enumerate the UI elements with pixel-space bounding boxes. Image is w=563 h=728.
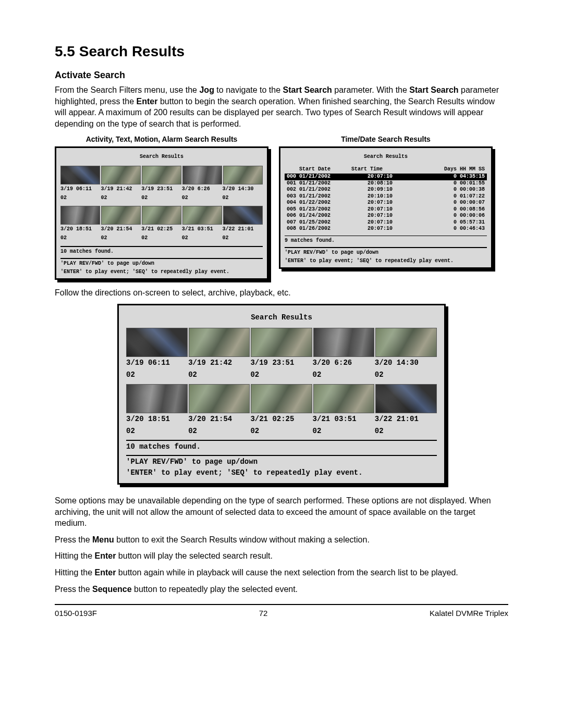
td-row: 00801/26/200220:07:100 00:46:43 — [285, 226, 487, 232]
footer-product: Kalatel DVMRe Triplex — [430, 608, 508, 619]
para-enter-again: Hitting the Enter button again while in … — [55, 567, 508, 578]
td-row: 00201/21/200220:09:100 00:00:38 — [285, 187, 487, 193]
thumbnail — [182, 206, 222, 225]
td-rows-container: 00001/21/200220:07:100 04:35:1500101/21/… — [285, 174, 487, 232]
timedate-caption: Time/Date Search Results — [279, 134, 493, 144]
thumbnail — [189, 384, 250, 413]
follow-directions-text: Follow the directions on-screen to selec… — [55, 287, 508, 299]
thumbnail — [223, 166, 263, 184]
timestamp-row: 3/20 18:513/20 21:543/21 02:253/21 03:51… — [60, 226, 263, 233]
page-footer: 0150-0193F 72 Kalatel DVMRe Triplex — [55, 608, 508, 619]
section-title: 5.5 Search Results — [55, 42, 508, 61]
thumbnail — [251, 384, 312, 413]
td-row: 00701/25/200220:07:100 05:57:31 — [285, 219, 487, 226]
matches-found: 9 matches found. — [285, 237, 487, 244]
panel-title: Search Results — [126, 313, 437, 323]
timedate-results-panel: Search Results 000 Start Date Start Time… — [279, 146, 493, 269]
td-header-row: 000 Start Date Start Time Days HH MM SS — [285, 166, 487, 173]
timestamp-row: 3/19 06:113/19 21:423/19 23:513/20 6:263… — [60, 186, 263, 193]
timestamp-row: 3/19 06:113/19 21:423/19 23:513/20 6:263… — [126, 358, 437, 368]
thumbnail — [101, 206, 141, 225]
activity-caption: Activity, Text, Motion, Alarm Search Res… — [55, 134, 268, 144]
channel-row: 0202020202 — [60, 235, 263, 242]
intro-paragraph: From the Search Filters menu, use the Jo… — [55, 84, 508, 129]
subheading-activate-search: Activate Search — [55, 69, 508, 81]
help-line-2: 'ENTER' to play event; 'SEQ' to repeated… — [285, 257, 487, 265]
footer-docnum: 0150-0193F — [55, 608, 97, 619]
help-line-1: 'PLAY REV/FWD' to page up/down — [285, 249, 487, 256]
help-line-1: 'PLAY REV/FWD' to page up/down — [60, 260, 263, 267]
td-row: 00301/21/200220:10:100 01:07:22 — [285, 193, 487, 200]
channel-row: 0202020202 — [126, 370, 437, 380]
td-row: 00601/24/200220:07:100 00:00:06 — [285, 213, 487, 219]
channel-row: 0202020202 — [60, 194, 263, 202]
activity-results-column: Activity, Text, Motion, Alarm Search Res… — [55, 134, 268, 280]
para-sequence: Press the Sequence button to repeatedly … — [55, 584, 508, 595]
thumbnail — [101, 166, 141, 184]
thumbnail — [375, 328, 437, 357]
thumbnail — [142, 206, 181, 225]
thumb-row-1 — [126, 328, 437, 357]
panel-title: Search Results — [285, 153, 487, 161]
td-row: 00101/21/200220:08:100 00:01:55 — [285, 180, 487, 187]
thumbnail — [182, 166, 222, 184]
thumbnail — [313, 384, 375, 413]
two-column-panels: Activity, Text, Motion, Alarm Search Res… — [55, 134, 508, 280]
thumb-row-2 — [60, 206, 263, 225]
large-results-panel: Search Results 3/19 06:113/19 21:423/19 … — [117, 304, 446, 485]
help-line-1: 'PLAY REV/FWD' to page up/down — [126, 457, 437, 467]
td-row: 00401/22/200220:07:100 00:00:07 — [285, 200, 487, 206]
thumbnail — [251, 328, 312, 357]
help-line-2: 'ENTER' to play event; 'SEQ' to repeated… — [126, 468, 437, 478]
thumb-row-2 — [126, 384, 437, 413]
channel-row: 0202020202 — [126, 426, 437, 436]
para-enter: Hitting the Enter button will play the s… — [55, 550, 508, 562]
thumbnail — [223, 206, 263, 225]
footer-rule — [55, 604, 508, 605]
td-row: 00501/23/200220:07:100 00:08:56 — [285, 206, 487, 213]
help-line-2: 'ENTER' to play event; 'SEQ' to repeated… — [60, 268, 263, 276]
matches-found: 10 matches found. — [126, 442, 437, 452]
panel-title: Search Results — [60, 153, 263, 161]
thumbnail — [313, 328, 375, 357]
td-row: 00001/21/200220:07:100 04:35:15 — [285, 174, 487, 180]
thumbnail — [126, 328, 188, 357]
thumbnail — [126, 384, 188, 413]
thumbnail — [142, 166, 181, 184]
activity-results-panel: Search Results 3/19 06:113/19 21:423/19 … — [55, 146, 268, 280]
thumbnail — [189, 328, 250, 357]
thumbnail — [375, 384, 437, 413]
thumb-row-1 — [60, 166, 263, 184]
timedate-results-column: Time/Date Search Results Search Results … — [279, 134, 493, 280]
footer-pagenum: 72 — [259, 608, 268, 619]
matches-found: 10 matches found. — [60, 248, 263, 255]
timestamp-row: 3/20 18:513/20 21:543/21 02:253/21 03:51… — [126, 414, 437, 424]
para-options: Some options may be unavailable dependin… — [55, 495, 508, 529]
thumbnail — [60, 166, 100, 184]
para-menu: Press the Menu button to exit the Search… — [55, 534, 508, 546]
thumbnail — [60, 206, 100, 225]
